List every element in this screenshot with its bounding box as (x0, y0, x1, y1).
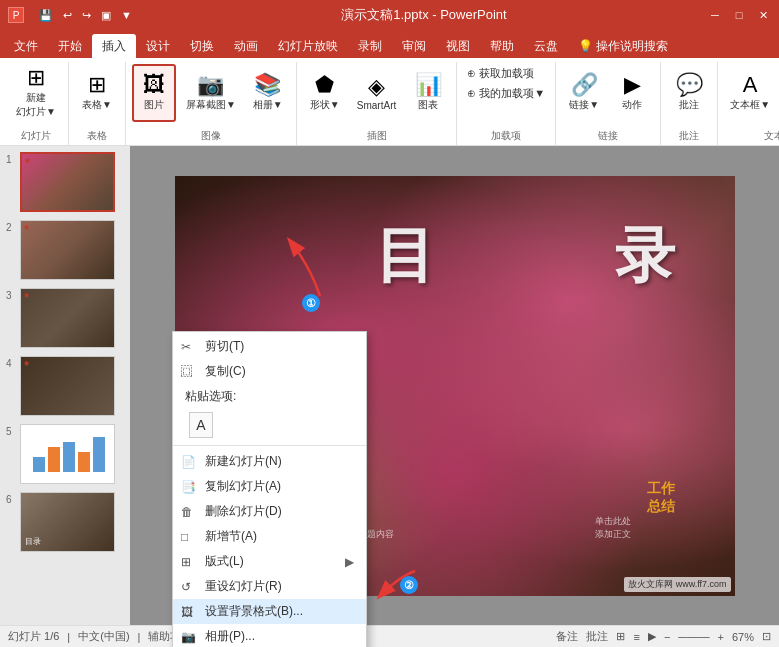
paste-icon-1: A (196, 417, 205, 433)
svg-rect-4 (93, 437, 105, 472)
screenshot-icon: 📷 (197, 74, 224, 96)
undo-btn[interactable]: ↩ (60, 8, 75, 23)
table-icon: ⊞ (88, 74, 106, 96)
table-btn[interactable]: ⊞ 表格▼ (75, 64, 119, 122)
zoom-out[interactable]: − (664, 631, 670, 643)
svg-rect-0 (33, 457, 45, 472)
ctx-reset-slide[interactable]: ↺ 重设幻灯片(R) (173, 574, 366, 599)
copy-icon: ⿴ (181, 365, 193, 379)
redo-btn[interactable]: ↪ (79, 8, 94, 23)
tab-insert[interactable]: 插入 (92, 34, 136, 58)
album-btn[interactable]: 📚 相册▼ (246, 64, 290, 122)
comment-btn[interactable]: 💬 批注 (667, 64, 711, 122)
slide-thumb-6[interactable]: 6 目录 (4, 490, 126, 554)
ctx-copy-label: 复制(C) (205, 363, 246, 380)
tab-cloud[interactable]: 云盘 (524, 34, 568, 58)
zoom-in[interactable]: + (718, 631, 724, 643)
tab-slideshow[interactable]: 幻灯片放映 (268, 34, 348, 58)
new-slide-ctx-icon: 📄 (181, 455, 196, 469)
tab-transition[interactable]: 切换 (180, 34, 224, 58)
view-slideshow[interactable]: ▶ (648, 630, 656, 643)
present-btn[interactable]: ▣ (98, 8, 114, 23)
new-slide-icon: ⊞ (27, 67, 45, 89)
fit-window[interactable]: ⊡ (762, 630, 771, 643)
save-btn[interactable]: 💾 (36, 8, 56, 23)
group-illustration-label: 插图 (367, 127, 387, 143)
ctx-bg-format-label: 设置背景格式(B)... (205, 603, 303, 620)
shapes-label: 形状▼ (310, 98, 340, 112)
ctx-layout[interactable]: ⊞ 版式(L) ▶ (173, 549, 366, 574)
slide-thumb-3[interactable]: 3 ★ (4, 286, 126, 350)
slide-num-1: 1 (6, 152, 16, 165)
close-btn[interactable]: ✕ (755, 7, 771, 23)
more-btn[interactable]: ▼ (118, 8, 135, 22)
maximize-btn[interactable]: □ (731, 7, 747, 23)
action-icon: ▶ (624, 74, 641, 96)
shapes-btn[interactable]: ⬟ 形状▼ (303, 64, 347, 122)
slide-char-2: 录 (615, 216, 675, 297)
slide-thumb-4[interactable]: 4 ★ (4, 354, 126, 418)
ctx-album[interactable]: 📷 相册(P)... (173, 624, 366, 647)
ctx-del-slide[interactable]: 🗑 删除幻灯片(D) (173, 499, 366, 524)
picture-icon: 🖼 (143, 74, 165, 96)
zoom-slider[interactable]: ──── (678, 631, 709, 643)
tab-view[interactable]: 视图 (436, 34, 480, 58)
textbox-btn[interactable]: A 文本框▼ (724, 64, 776, 122)
ctx-cut[interactable]: ✂ 剪切(T) (173, 334, 366, 359)
tab-animation[interactable]: 动画 (224, 34, 268, 58)
slide-thumb-1[interactable]: 1 ★ (4, 150, 126, 214)
svg-rect-2 (63, 442, 75, 472)
view-outline[interactable]: ≡ (633, 631, 639, 643)
view-normal[interactable]: ⊞ (616, 630, 625, 643)
smartart-btn[interactable]: ◈ SmartArt (351, 64, 402, 122)
tab-design[interactable]: 设计 (136, 34, 180, 58)
slide-thumb-5[interactable]: 5 (4, 422, 126, 486)
status-right: 备注 批注 ⊞ ≡ ▶ − ──── + 67% ⊡ (556, 629, 771, 644)
language-label: 中文(中国) (78, 629, 129, 644)
link-btn[interactable]: 🔗 链接▼ (562, 64, 606, 122)
context-menu: ✂ 剪切(T) ⿴ 复制(C) 粘贴选项: A 📄 (172, 331, 367, 647)
chart-icon: 📊 (415, 74, 442, 96)
tab-help[interactable]: 帮助 (480, 34, 524, 58)
paste-btn-1[interactable]: A (189, 412, 213, 438)
new-slide-btn[interactable]: ⊞ 新建幻灯片▼ (10, 64, 62, 122)
group-image: 🖼 图片 📷 屏幕截图▼ 📚 相册▼ 图像 (126, 62, 297, 145)
tab-record[interactable]: 录制 (348, 34, 392, 58)
layout-icon: ⊞ (181, 555, 191, 569)
ctx-copy[interactable]: ⿴ 复制(C) (173, 359, 366, 384)
slide-work-2: 工作总结 (647, 480, 675, 516)
ctx-new-slide[interactable]: 📄 新建幻灯片(N) (173, 449, 366, 474)
tab-start[interactable]: 开始 (48, 34, 92, 58)
slide-img-5 (20, 424, 115, 484)
group-text-items: A 文本框▼ ≡ 页眉和页脚 (724, 64, 779, 127)
picture-btn[interactable]: 🖼 图片 (132, 64, 176, 122)
action-btn[interactable]: ▶ 动作 (610, 64, 654, 122)
minimize-btn[interactable]: ─ (707, 7, 723, 23)
group-slides: ⊞ 新建幻灯片▼ 幻灯片 (4, 62, 69, 145)
tab-file[interactable]: 文件 (4, 34, 48, 58)
tab-review[interactable]: 审阅 (392, 34, 436, 58)
my-addins-btn[interactable]: ⊕ 我的加载项▼ (463, 84, 549, 103)
dup-slide-icon: 📑 (181, 480, 196, 494)
screenshot-btn[interactable]: 📷 屏幕截图▼ (180, 64, 242, 122)
slide-thumb-2[interactable]: 2 ★ (4, 218, 126, 282)
tab-search[interactable]: 💡 操作说明搜索 (568, 34, 678, 58)
screenshot-label: 屏幕截图▼ (186, 98, 236, 112)
slide-num-4: 4 (6, 356, 16, 369)
notes-btn[interactable]: 备注 (556, 629, 578, 644)
slide-img-2: ★ (20, 220, 115, 280)
get-addins-btn[interactable]: ⊕ 获取加载项 (463, 64, 549, 83)
ctx-dup-slide[interactable]: 📑 复制幻灯片(A) (173, 474, 366, 499)
new-slide-label: 新建幻灯片▼ (16, 91, 56, 119)
ctx-new-section[interactable]: □ 新增节(A) (173, 524, 366, 549)
comments-btn[interactable]: 批注 (586, 629, 608, 644)
textbox-label: 文本框▼ (730, 98, 770, 112)
slide-img-6: 目录 (20, 492, 115, 552)
chart-label: 图表 (418, 98, 438, 112)
album-ctx-icon: 📷 (181, 630, 196, 644)
group-image-label: 图像 (201, 127, 221, 143)
ctx-paste-options: 粘贴选项: A (173, 384, 366, 442)
chart-btn[interactable]: 📊 图表 (406, 64, 450, 122)
ctx-album-label: 相册(P)... (205, 628, 255, 645)
ctx-bg-format[interactable]: 🖼 设置背景格式(B)... (173, 599, 366, 624)
